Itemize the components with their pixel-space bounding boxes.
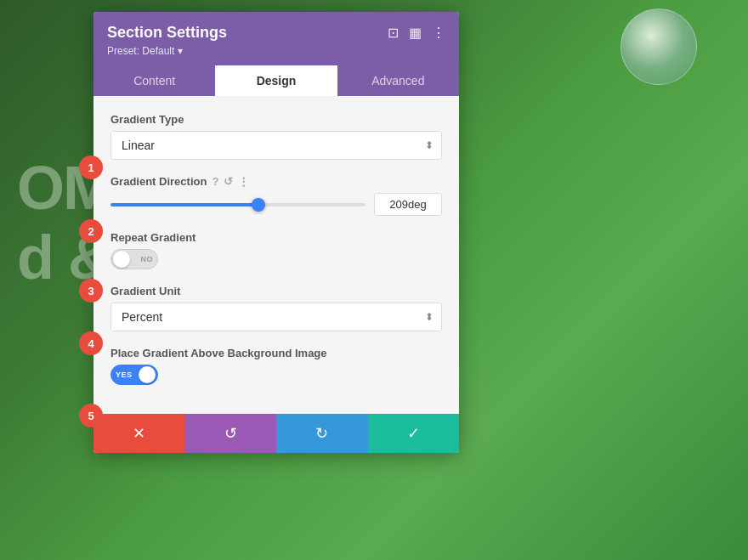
- globe-decoration: [620, 8, 697, 85]
- undo-icon: ↺: [224, 424, 237, 443]
- tab-content[interactable]: Content: [94, 65, 215, 96]
- panel-title: Section Settings: [107, 24, 227, 42]
- toggle-knob: [113, 251, 130, 268]
- step-badge-1: 1: [79, 156, 103, 179]
- step-badge-5: 5: [79, 404, 103, 427]
- resize-icon[interactable]: ⊡: [388, 25, 399, 41]
- gradient-direction-input[interactable]: [374, 193, 442, 216]
- toggle-yes-label: YES: [116, 371, 133, 379]
- section-settings-panel: Section Settings ⊡ ▦ ⋮ Preset: Default ▾…: [94, 12, 459, 453]
- tab-design[interactable]: Design: [215, 65, 337, 96]
- gradient-direction-label: Gradient Direction ? ↺ ⋮: [110, 175, 442, 188]
- repeat-gradient-toggle-row: NO: [110, 249, 442, 269]
- gradient-unit-select-wrapper: Percent Pixel ⬍: [110, 303, 442, 331]
- gradient-direction-slider-container: [110, 196, 366, 213]
- header-icons: ⊡ ▦ ⋮: [388, 25, 445, 41]
- gradient-unit-group: Gradient Unit Percent Pixel ⬍: [110, 285, 442, 331]
- toggle-knob-on: [139, 366, 156, 383]
- step-badge-2: 2: [79, 219, 103, 243]
- save-button[interactable]: ✓: [368, 414, 460, 453]
- repeat-gradient-toggle[interactable]: NO: [110, 249, 158, 269]
- step-badge-3: 3: [79, 279, 103, 303]
- panel-content: Gradient Type Linear Radial Conic ⬍ Grad…: [94, 96, 459, 414]
- columns-icon[interactable]: ▦: [409, 25, 422, 41]
- preset-selector[interactable]: Preset: Default ▾: [107, 45, 445, 57]
- preset-arrow: ▾: [178, 45, 183, 57]
- slider-thumb[interactable]: [252, 198, 265, 212]
- place-gradient-toggle-row: YES: [110, 365, 442, 385]
- step-badge-4: 4: [79, 331, 103, 355]
- undo-button[interactable]: ↺: [185, 414, 277, 453]
- preset-label: Preset: Default: [107, 45, 174, 57]
- gradient-unit-label: Gradient Unit: [110, 285, 442, 297]
- panel-header: Section Settings ⊡ ▦ ⋮ Preset: Default ▾: [94, 12, 459, 65]
- more-field-icon[interactable]: ⋮: [238, 175, 249, 188]
- place-gradient-label: Place Gradient Above Background Image: [110, 347, 442, 359]
- place-gradient-group: Place Gradient Above Background Image YE…: [110, 347, 442, 385]
- reset-icon[interactable]: ↺: [224, 175, 233, 188]
- gradient-type-group: Gradient Type Linear Radial Conic ⬍: [110, 113, 442, 160]
- repeat-gradient-label: Repeat Gradient: [110, 231, 442, 244]
- redo-icon: ↻: [315, 424, 328, 443]
- gradient-type-select-wrapper: Linear Radial Conic ⬍: [110, 131, 442, 160]
- cancel-icon: ✕: [133, 424, 145, 443]
- save-icon: ✓: [407, 424, 420, 443]
- repeat-gradient-group: Repeat Gradient NO: [110, 231, 442, 269]
- place-gradient-toggle[interactable]: YES: [110, 365, 158, 385]
- panel-tabs: Content Design Advanced: [94, 65, 459, 96]
- tab-advanced[interactable]: Advanced: [337, 65, 459, 96]
- gradient-direction-slider-row: [110, 193, 442, 216]
- redo-button[interactable]: ↻: [276, 414, 368, 453]
- gradient-type-label: Gradient Type: [110, 113, 442, 126]
- slider-track: [110, 203, 366, 206]
- cancel-button[interactable]: ✕: [94, 414, 185, 453]
- slider-fill: [110, 203, 258, 206]
- more-options-icon[interactable]: ⋮: [432, 25, 445, 41]
- help-icon[interactable]: ?: [212, 175, 218, 188]
- toggle-label: NO: [141, 255, 154, 263]
- gradient-type-select[interactable]: Linear Radial Conic: [110, 131, 442, 160]
- gradient-direction-group: Gradient Direction ? ↺ ⋮: [110, 175, 442, 216]
- panel-footer: ✕ ↺ ↻ ✓: [94, 414, 459, 453]
- gradient-unit-select[interactable]: Percent Pixel: [110, 303, 442, 331]
